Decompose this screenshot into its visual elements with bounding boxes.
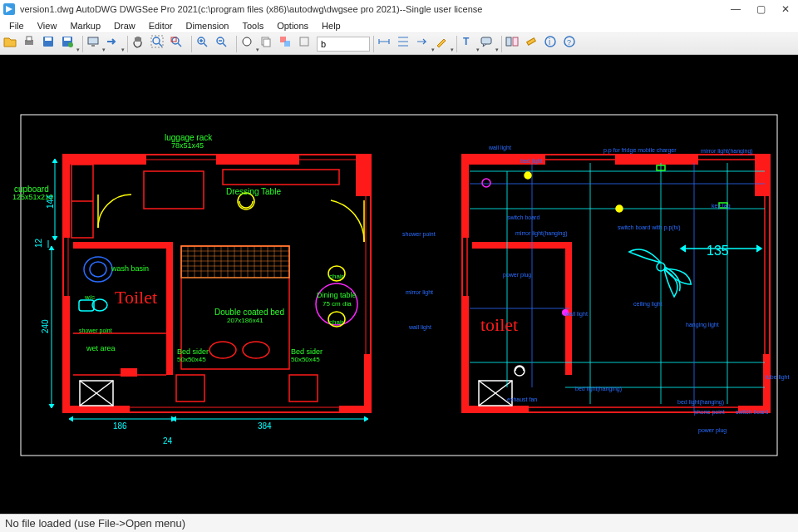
svg-text:Bed sider: Bed sider xyxy=(177,347,209,356)
svg-point-150 xyxy=(525,172,531,179)
svg-rect-82 xyxy=(289,375,318,401)
minimize-button[interactable]: — xyxy=(723,0,748,18)
menu-draw[interactable]: Draw xyxy=(108,19,141,32)
window-title: version1.dwg AutoDWG DWGSee Pro 2021(c:\… xyxy=(20,4,482,14)
close-button[interactable]: ✕ xyxy=(773,0,798,18)
svg-text:key tag: key tag xyxy=(712,203,731,209)
svg-text:ceiling light: ceiling light xyxy=(633,301,663,308)
open-button[interactable] xyxy=(3,35,22,53)
toolbar: T i ? xyxy=(0,33,798,55)
text-tool-dropdown[interactable]: T xyxy=(461,35,479,53)
status-text: No file loaded (use File->Open menu) xyxy=(5,517,185,530)
svg-rect-128 xyxy=(462,406,529,412)
svg-rect-5 xyxy=(64,37,71,41)
display-dropdown[interactable] xyxy=(86,35,105,53)
svg-text:T: T xyxy=(463,36,470,47)
svg-rect-8 xyxy=(91,45,95,47)
svg-text:Bed sider: Bed sider xyxy=(291,347,323,356)
maximize-button[interactable]: ▢ xyxy=(748,0,773,18)
svg-text:chair: chair xyxy=(329,273,344,280)
zoom-window-button[interactable] xyxy=(170,35,188,53)
svg-point-149 xyxy=(482,179,490,187)
svg-rect-23 xyxy=(506,37,511,46)
zoom-out-button[interactable] xyxy=(214,35,233,53)
layers-button[interactable] xyxy=(278,35,297,53)
svg-point-79 xyxy=(209,342,236,358)
svg-text:mirror light(hanging): mirror light(hanging) xyxy=(515,230,568,237)
markup-dropdown[interactable] xyxy=(435,35,453,53)
dim-linear-button[interactable] xyxy=(377,35,396,53)
svg-text:mirror light: mirror light xyxy=(406,289,433,296)
svg-text:switch board: switch board xyxy=(507,214,539,220)
svg-text:12: 12 xyxy=(34,238,43,248)
pan-button[interactable] xyxy=(131,35,150,53)
block-button[interactable] xyxy=(298,35,316,53)
svg-text:75 cm dia: 75 cm dia xyxy=(323,300,352,308)
svg-text:mirror light(hanging): mirror light(hanging) xyxy=(701,148,753,155)
export-dropdown[interactable] xyxy=(106,35,124,53)
svg-text:cupboard: cupboard xyxy=(14,185,49,194)
svg-text:power plug: power plug xyxy=(503,272,531,278)
menu-tools[interactable]: Tools xyxy=(236,19,269,32)
svg-rect-46 xyxy=(223,170,339,185)
svg-text:exhaust fan: exhaust fan xyxy=(507,397,537,402)
help-button[interactable]: ? xyxy=(563,35,581,53)
svg-rect-124 xyxy=(615,155,698,165)
svg-text:Dining table: Dining table xyxy=(317,291,357,299)
svg-text:186: 186 xyxy=(113,421,127,431)
menu-editor[interactable]: Editor xyxy=(143,19,179,32)
svg-text:bed light(hanging): bed light(hanging) xyxy=(575,386,622,392)
save-button[interactable] xyxy=(42,35,60,53)
svg-text:wall light: wall light xyxy=(408,324,431,331)
svg-rect-37 xyxy=(63,296,70,412)
menu-dimension[interactable]: Dimension xyxy=(180,19,235,32)
menu-options[interactable]: Options xyxy=(271,19,314,32)
color-dropdown[interactable] xyxy=(240,35,259,53)
info-button[interactable]: i xyxy=(544,35,562,53)
svg-text:w/c: w/c xyxy=(84,293,95,301)
zoom-in-button[interactable] xyxy=(195,35,214,53)
dim-style-dropdown[interactable] xyxy=(416,35,434,53)
zoom-extents-button[interactable] xyxy=(150,35,169,53)
menu-help[interactable]: Help xyxy=(316,19,347,32)
save-as-dropdown[interactable] xyxy=(61,35,79,53)
svg-rect-7 xyxy=(88,37,98,44)
svg-text:chair: chair xyxy=(329,318,344,326)
svg-text:shower point: shower point xyxy=(402,231,436,238)
svg-text:24: 24 xyxy=(163,436,173,446)
svg-rect-131 xyxy=(472,242,572,249)
svg-text:Dressing Table: Dressing Table xyxy=(226,187,281,196)
menu-markup[interactable]: Markup xyxy=(64,19,106,32)
svg-rect-121 xyxy=(462,155,770,412)
svg-point-51 xyxy=(84,257,112,282)
svg-rect-45 xyxy=(144,171,204,209)
window-controls: — ▢ ✕ xyxy=(723,0,798,18)
svg-rect-40 xyxy=(364,354,371,412)
drawing-canvas[interactable]: cupboard 125x51x210 luggage rack 78x51x4… xyxy=(0,55,798,514)
measure-button[interactable] xyxy=(525,35,543,53)
svg-text:power plug: power plug xyxy=(698,427,727,434)
svg-text:wall light: wall light xyxy=(488,145,511,151)
svg-text:p.p for fridge mobile charger: p.p for fridge mobile charger xyxy=(603,147,677,154)
svg-rect-1 xyxy=(27,37,32,41)
svg-rect-36 xyxy=(63,155,70,238)
status-bar: No file loaded (use File->Open menu) xyxy=(0,514,798,532)
menu-view[interactable]: View xyxy=(32,19,63,32)
svg-point-52 xyxy=(90,262,106,277)
svg-point-151 xyxy=(616,205,623,212)
svg-rect-127 xyxy=(462,296,469,412)
dim-aligned-button[interactable] xyxy=(397,35,415,53)
print-button[interactable] xyxy=(22,35,41,53)
copy-button[interactable] xyxy=(259,35,278,53)
svg-point-9 xyxy=(153,37,160,44)
svg-text:384: 384 xyxy=(258,421,272,431)
svg-text:144: 144 xyxy=(46,195,55,209)
text-input[interactable] xyxy=(317,37,370,52)
svg-point-11 xyxy=(172,37,179,44)
menu-file[interactable]: File xyxy=(3,19,30,32)
comment-dropdown[interactable] xyxy=(480,35,498,53)
compare-button[interactable] xyxy=(505,35,524,53)
svg-rect-42 xyxy=(73,242,173,249)
svg-rect-19 xyxy=(284,41,290,47)
svg-rect-22 xyxy=(481,37,491,44)
